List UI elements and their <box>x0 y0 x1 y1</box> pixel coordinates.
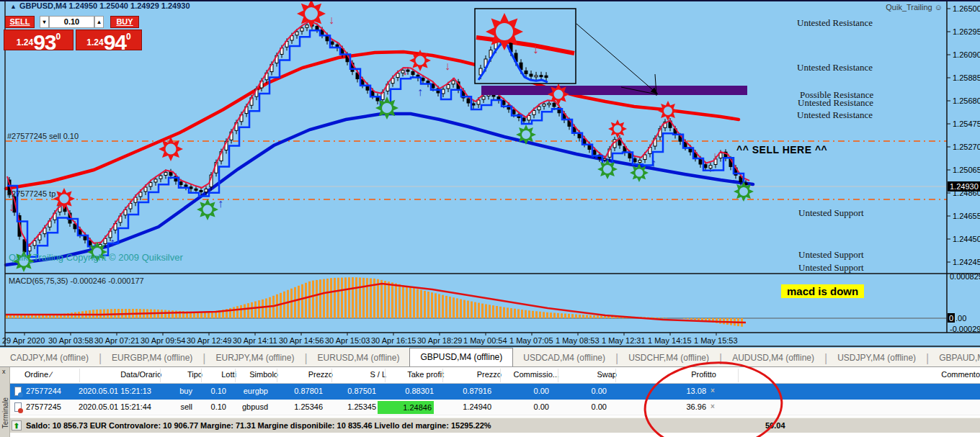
chart-tab-usdjpy[interactable]: USDJPY,M4 (offline) <box>827 350 926 366</box>
macd-histogram-bar <box>546 312 548 318</box>
macd-histogram-bar <box>380 280 383 318</box>
column-divider[interactable] <box>201 369 202 382</box>
column-header-dataorario[interactable]: Data/Orario <box>82 370 161 379</box>
chart-tab-eurjpy[interactable]: EURJPY,M4 (offline) <box>206 350 305 366</box>
buy-signal-sun-icon <box>381 102 393 114</box>
macd-histogram-bar <box>326 279 329 318</box>
column-divider[interactable] <box>442 369 443 382</box>
column-divider[interactable] <box>500 369 501 382</box>
candlestick <box>179 182 182 185</box>
close-order-button[interactable]: × <box>710 387 715 395</box>
close-order-button[interactable]: × <box>710 402 715 410</box>
buy-arrow-icon: ↑ <box>218 197 223 210</box>
price-axis-label: 1.26090 <box>953 50 980 59</box>
take-profit-line-label: #27577245 tp <box>7 189 55 198</box>
time-axis-label: 30 Apr 18:29 <box>417 336 462 345</box>
macd-histogram-bar <box>687 318 689 319</box>
macd-histogram-bar <box>557 313 559 318</box>
column-header-tipo[interactable]: Tipo <box>163 370 202 379</box>
sell-price-box[interactable]: 1.24930 <box>4 30 74 50</box>
cell-takeprofit: 1.24846 <box>378 401 434 414</box>
column-divider[interactable] <box>558 369 558 382</box>
column-divider[interactable] <box>79 369 80 382</box>
column-divider[interactable] <box>331 369 332 382</box>
time-axis-label: 30 Apr 12:49 <box>187 336 231 345</box>
column-divider[interactable] <box>738 369 739 382</box>
inset-sell-sun-icon <box>495 22 514 41</box>
macd-histogram-bar <box>305 283 307 318</box>
candlestick <box>512 110 515 114</box>
account-status-bar: ⬆ Saldo: 10 856.73 EUR Controvalore: 10 … <box>10 418 980 433</box>
column-header-lotti[interactable]: Lotti <box>204 370 236 379</box>
column-divider[interactable] <box>615 369 616 382</box>
cell-commissio: 0.00 <box>493 402 549 411</box>
column-divider[interactable] <box>160 369 161 382</box>
candlestick <box>200 191 202 192</box>
resistance-label: Untested Resistance <box>798 97 873 109</box>
column-header-takeprofit[interactable]: Take profit <box>388 370 444 379</box>
macd-histogram-bar <box>690 318 692 320</box>
current-price-label: 1.24930 <box>950 182 979 191</box>
macd-histogram-bar <box>453 297 455 318</box>
lot-decrease-button[interactable]: ▾ <box>40 16 49 28</box>
macd-axis-bottom-label: -0.000297 <box>950 325 980 333</box>
macd-histogram-bar <box>200 312 202 318</box>
column-divider[interactable] <box>235 369 236 382</box>
cell-ordine: 27577244 <box>26 387 61 395</box>
lot-increase-button[interactable]: ▴ <box>94 16 104 28</box>
column-header-prezzo[interactable]: Prezzo <box>280 370 333 379</box>
macd-histogram-bar <box>553 313 556 318</box>
column-header-swap[interactable]: Swap <box>561 370 617 379</box>
column-header-simbolo[interactable]: Simbolo <box>238 370 278 379</box>
cell-sl: 1.25345 <box>324 402 376 411</box>
chart-tab-cadjpy[interactable]: CADJPY,M4 (offline) <box>0 350 99 366</box>
column-header-commissio[interactable]: Commissio... <box>503 370 559 379</box>
macd-histogram-bar <box>45 315 48 318</box>
sell-signal-sun-icon <box>415 55 426 66</box>
chart-tab-audusd[interactable]: AUDUSD,M4 (offline) <box>722 350 824 366</box>
chart-tab-gbpusd[interactable]: GBPUSD,M4 (offline) <box>409 348 513 366</box>
candlestick <box>169 172 172 176</box>
candlestick <box>553 103 556 107</box>
column-header-profitto[interactable]: Profitto <box>618 370 716 379</box>
lot-size-input[interactable]: 0.10 <box>49 16 94 28</box>
chart-tab-eurusd[interactable]: EURUSD,M4 (offline) <box>308 350 410 366</box>
macd-histogram-bar <box>247 303 249 318</box>
chart-tab-eurgbp[interactable]: EURGBP,M4 (offline) <box>102 350 202 366</box>
chart-tab-gbpaud[interactable]: GBPAUD,M4 (offline) <box>929 350 980 366</box>
time-axis-label: 1 May 14:15 <box>648 336 692 345</box>
buy-signal-sun-icon <box>521 130 531 140</box>
terminal-panel: x Terminale Ordine ∕Data/OrarioTipoLotti… <box>0 367 980 437</box>
macd-histogram-bar <box>370 279 372 318</box>
column-header-ordine[interactable]: Ordine ∕ <box>24 370 52 379</box>
macd-histogram-bar <box>445 296 447 318</box>
chart-tab-usdcad[interactable]: USDCAD,M4 (offline) <box>513 350 615 366</box>
column-divider[interactable] <box>277 369 277 382</box>
indicator-signature: Quik_Trailing ☺ <box>886 3 943 12</box>
candlestick <box>190 187 192 189</box>
macd-histogram-bar <box>543 312 545 318</box>
column-header-prezzo[interactable]: Prezzo <box>445 370 502 379</box>
untested-support-label: Untested Support <box>798 262 864 274</box>
candlestick <box>638 161 641 163</box>
buy-price-box[interactable]: 1.24940 <box>76 30 142 50</box>
macd-histogram-bar <box>499 307 502 318</box>
column-divider[interactable] <box>385 369 386 382</box>
order-row-27577245[interactable]: 275772452020.05.01 15:21:44sell0.10gbpus… <box>10 400 980 415</box>
macd-histogram-bar <box>359 278 361 318</box>
column-header-sl[interactable]: S / L <box>334 370 386 379</box>
candlestick <box>533 110 535 114</box>
candlestick <box>432 84 435 88</box>
buy-signal-sun-icon <box>202 204 213 215</box>
sell-button[interactable]: SELL <box>5 16 35 28</box>
buy-button[interactable]: BUY <box>110 16 139 28</box>
candlestick <box>331 42 334 45</box>
copyright-watermark: Quik_Trailing Copyright © 2009 Quiksilve… <box>9 252 183 263</box>
candlestick <box>195 189 197 190</box>
terminal-close-button[interactable]: x <box>2 368 6 375</box>
macd-histogram-bar <box>244 305 246 318</box>
one-click-trade-panel: SELL ▾ 0.10 ▴ BUY 1.24930 1.24940 <box>4 16 142 50</box>
order-row-27577244[interactable]: 275772442020.05.01 15:21:13buy0.10eurgbp… <box>10 384 980 400</box>
chart-tab-usdchf[interactable]: USDCHF,M4 (offline) <box>618 350 719 366</box>
column-header-commento[interactable]: Commento <box>741 370 980 379</box>
